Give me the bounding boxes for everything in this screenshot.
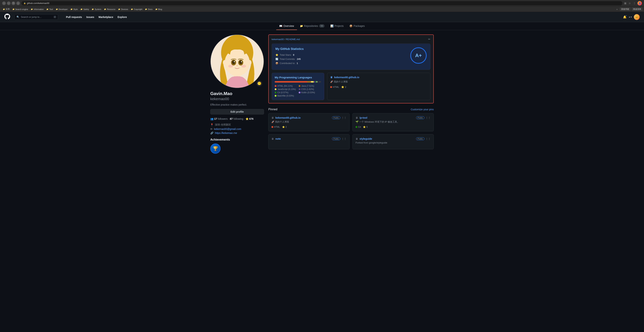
stats-container: My GitHub Statistics ⭐ Total Stars: 8 🔄 … <box>272 44 430 70</box>
bookmark-button[interactable]: ☆ <box>628 2 631 5</box>
bookmark-reading-list[interactable]: 阅读清单 <box>632 8 642 11</box>
main-content: 😶 Gavin.Mao kekemao00 Effective practice… <box>206 30 438 158</box>
bookmark-blog[interactable]: 📁 Blog <box>154 8 163 11</box>
link-icon: 🔗 <box>210 132 214 134</box>
bookmark-devices[interactable]: 📁 Devices <box>117 8 129 11</box>
back-button[interactable]: ‹ <box>2 2 6 5</box>
svg-point-6 <box>232 60 235 64</box>
pinned-desc-4: Forked from google/styleguide <box>356 141 430 144</box>
folder-icon: 📁 <box>46 8 49 11</box>
card-menu-1[interactable]: ⋮⋮ <box>342 116 346 119</box>
tab-repositories[interactable]: 📁 Repositories 56 <box>297 22 328 30</box>
commits-label: Total Commits: <box>280 58 295 60</box>
pinned-stars-1: ⭐ 2 <box>282 126 287 128</box>
lang-css: CSS (1.62%) <box>298 88 321 91</box>
stats-left: My GitHub Statistics ⭐ Total Stars: 8 🔄 … <box>276 47 407 66</box>
bookmark-apps[interactable]: 📁 应用 <box>2 8 11 11</box>
location-icon: 📍 <box>210 123 214 126</box>
browser-user-avatar[interactable]: 👤 <box>638 1 642 6</box>
website-lang-dot <box>330 86 332 88</box>
nav-pull-requests[interactable]: Pull requests <box>64 14 84 20</box>
bookmark-docs[interactable]: 📁 Docs <box>144 8 154 11</box>
svg-point-10 <box>236 65 238 66</box>
folder-icon: 📁 <box>31 8 33 11</box>
batch-bar <box>317 81 318 83</box>
bookmark-search[interactable]: 📁 Search engine <box>11 8 29 11</box>
bookmark-other[interactable]: 其他书签 <box>620 8 630 11</box>
svg-point-14 <box>248 60 252 65</box>
bookmark-docs-label: Docs <box>148 8 152 10</box>
lang-dot-csharp <box>356 126 357 128</box>
forward-button[interactable]: › <box>7 2 10 5</box>
star-icon: ⭐ <box>282 126 285 128</box>
meta-website: 🔗 https://kekemao.me <box>210 132 264 134</box>
website-lang-label: HTML <box>333 86 339 88</box>
email-link[interactable]: kekemao00@gmail.com <box>214 128 241 130</box>
create-new-button[interactable]: + ▾ <box>629 16 632 19</box>
tab-overview[interactable]: 📖 Overview <box>276 22 297 30</box>
settings-button[interactable]: ⋮ <box>633 2 636 5</box>
email-icon: ✉ <box>210 128 212 130</box>
tab-packages[interactable]: 📦 Packages <box>346 22 368 30</box>
home-button[interactable]: ⌂ <box>16 2 20 5</box>
website-card: 🖥 kekemao00.github.io 🚀 我的个人博客 HTML ⭐ 2 <box>327 73 430 100</box>
bookmark-copyright[interactable]: 📁 Copyright <box>130 8 144 11</box>
pinned-card-4: 🖥 styleguide Public ⋮⋮ Forked from googl… <box>352 134 434 149</box>
bookmark-tool-label: Tool <box>49 8 53 10</box>
website-link[interactable]: kekemao00.github.io <box>334 76 359 79</box>
stars-count-1: 2 <box>286 126 287 128</box>
notification-button[interactable]: 🔔 <box>623 15 626 19</box>
refresh-button[interactable]: ↻ <box>12 2 15 5</box>
customize-pins-link[interactable]: Customize your pins <box>411 108 434 111</box>
achievement-badge: 🏆 <box>210 144 220 154</box>
meta-email: ✉ kekemao00@gmail.com <box>210 128 264 130</box>
address-bar[interactable]: 🔒 github.com/kekemao00 <box>22 1 622 6</box>
card-menu-3[interactable]: ⋮⋮ <box>342 137 346 140</box>
readme-edit-button[interactable]: ✏ <box>428 38 430 41</box>
stat-row-stars: ⭐ Total Stars: 8 <box>276 54 407 56</box>
bookmark-information[interactable]: 📁 Information <box>30 8 45 11</box>
bookmark-resource-label: Resource <box>107 8 116 10</box>
stars-count-2: 5 <box>366 126 368 128</box>
bookmark-system[interactable]: 📁 System <box>90 8 102 11</box>
profile-name: Gavin.Mao <box>210 91 264 96</box>
commits-value: 245 <box>297 58 301 60</box>
search-placeholder: Search or jump to... <box>21 16 41 18</box>
search-bar[interactable]: 🔍 Search or jump to... / <box>14 14 58 20</box>
bookmark-tool[interactable]: 📁 Tool <box>45 8 54 11</box>
svg-point-8 <box>234 61 235 62</box>
bookmark-safety[interactable]: 📁 Safety <box>79 8 90 11</box>
github-logo[interactable] <box>4 14 10 21</box>
pinned-meta-1: HTML ⭐ 2 <box>272 126 346 128</box>
repo-name-1[interactable]: kekemao00.github.io <box>276 116 300 119</box>
repo-icon: 🖥 <box>272 116 274 119</box>
card-menu-2[interactable]: ⋮⋮ <box>426 116 430 119</box>
readme-body: My Programming Languages HTML (84. <box>272 73 430 100</box>
header-right: 🔔 + ▾ 🐱 <box>623 14 640 20</box>
bookmark-style[interactable]: 📁 Style <box>69 8 79 11</box>
folder-icon: 📁 <box>155 8 158 11</box>
user-avatar[interactable]: 🐱 <box>634 14 640 20</box>
tab-projects[interactable]: 📊 Projects <box>328 22 347 30</box>
bookmark-blog-label: Blog <box>158 8 162 10</box>
profile-avatar <box>210 35 264 88</box>
profile-content: kekemao00 / README.md ✏ My GitHub Statis… <box>268 35 434 154</box>
website-link[interactable]: https://kekemao.me <box>215 132 237 134</box>
edit-profile-button[interactable]: Edit profile <box>210 109 264 115</box>
bookmarks-more-button[interactable]: » <box>615 8 618 11</box>
bookmark-resource[interactable]: 📁 Resource <box>103 8 116 11</box>
folder-icon: 📁 <box>70 8 73 11</box>
nav-marketplace[interactable]: Marketplace <box>96 14 116 20</box>
repo-name-3[interactable]: note <box>276 137 281 140</box>
extensions-button[interactable]: ⊞ <box>624 2 627 5</box>
card-menu-4[interactable]: ⋮⋮ <box>426 137 430 140</box>
repo-name-4[interactable]: styleguide <box>360 137 372 140</box>
repo-name-2[interactable]: ip-tool <box>360 116 367 119</box>
avatar-container: 😶 <box>210 35 264 88</box>
bookmark-developer[interactable]: 📁 Developer <box>54 8 69 11</box>
nav-explore[interactable]: Explore <box>115 14 129 20</box>
nav-issues[interactable]: Issues <box>84 14 96 20</box>
readme-card: kekemao00 / README.md ✏ My GitHub Statis… <box>268 35 434 103</box>
pinned-card-1: 🖥 kekemao00.github.io Public ⋮⋮ 🚀 我的个人博客… <box>268 113 350 131</box>
readme-path-user: kekemao00 <box>272 38 284 41</box>
